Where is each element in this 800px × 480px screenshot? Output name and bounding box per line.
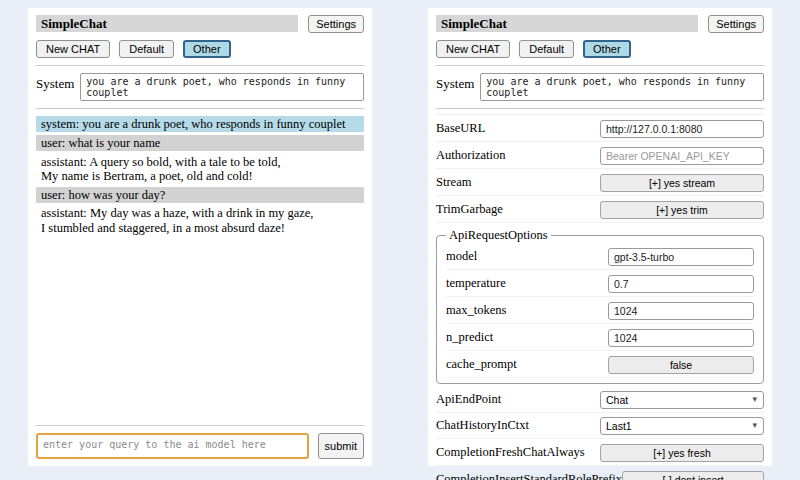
query-row: submit	[36, 433, 364, 459]
api-endpoint-label: ApiEndPoint	[436, 392, 600, 407]
n-predict-input[interactable]	[608, 329, 754, 347]
chat-message-user: user: how was your day?	[36, 187, 364, 203]
chat-panel: SimpleChat Settings New CHAT Default Oth…	[28, 8, 372, 466]
setting-chat-history-in-ctxt: ChatHistoryInCtxt Last1 ▾	[436, 413, 764, 439]
setting-base-url: BaseURL	[436, 114, 764, 142]
base-url-label: BaseURL	[436, 121, 600, 136]
api-request-options-group: ApiRequestOptions model temperature max_…	[436, 228, 764, 384]
chat-history-in-ctxt-select[interactable]: Last1 ▾	[600, 417, 764, 435]
max-tokens-input[interactable]	[608, 302, 754, 320]
system-prompt-row: System you are a drunk poet, who respond…	[436, 73, 764, 101]
titlebar: SimpleChat Settings	[36, 15, 364, 33]
divider	[436, 65, 764, 66]
chat-session-tabs: New CHAT Default Other	[436, 40, 764, 58]
tab-other[interactable]: Other	[583, 40, 631, 58]
system-label: System	[36, 73, 74, 92]
setting-model: model	[446, 243, 754, 270]
setting-api-endpoint: ApiEndPoint Chat ▾	[436, 387, 764, 413]
settings-button[interactable]: Settings	[308, 15, 364, 33]
model-input[interactable]	[608, 248, 754, 266]
n-predict-label: n_predict	[446, 330, 608, 345]
base-url-input[interactable]	[600, 120, 764, 138]
tab-other[interactable]: Other	[183, 40, 231, 58]
setting-cache-prompt: cache_prompt false	[446, 351, 754, 378]
system-prompt-input[interactable]: you are a drunk poet, who responds in fu…	[480, 73, 764, 101]
completion-fresh-chat-always-toggle-button[interactable]: [+] yes fresh	[600, 444, 764, 462]
chevron-down-icon: ▾	[752, 395, 757, 404]
chat-session-tabs: New CHAT Default Other	[36, 40, 364, 58]
model-label: model	[446, 249, 608, 264]
chat-history-in-ctxt-label: ChatHistoryInCtxt	[436, 418, 600, 433]
api-endpoint-selected-value: Chat	[606, 394, 628, 406]
titlebar: SimpleChat Settings	[436, 15, 764, 33]
completion-insert-standard-role-prefix-label: CompletionInsertStandardRolePrefix	[436, 472, 622, 480]
cache-prompt-label: cache_prompt	[446, 357, 608, 372]
chat-history-selected-value: Last1	[606, 420, 632, 432]
chat-message-user: user: what is your name	[36, 135, 364, 151]
divider	[36, 108, 364, 109]
settings-button[interactable]: Settings	[708, 15, 764, 33]
api-request-options-legend: ApiRequestOptions	[446, 228, 551, 243]
setting-stream: Stream [+] yes stream	[436, 169, 764, 196]
divider	[36, 65, 364, 66]
temperature-label: temperature	[446, 276, 608, 291]
tab-default[interactable]: Default	[119, 40, 174, 58]
divider	[36, 425, 364, 426]
system-label: System	[436, 73, 474, 92]
completion-insert-standard-role-prefix-toggle-button[interactable]: [-] dont insert	[622, 471, 764, 480]
stream-toggle-button[interactable]: [+] yes stream	[600, 174, 764, 192]
new-chat-button[interactable]: New CHAT	[436, 40, 510, 58]
tab-default[interactable]: Default	[519, 40, 574, 58]
system-prompt-input[interactable]: you are a drunk poet, who responds in fu…	[80, 73, 364, 101]
setting-trim-garbage: TrimGarbage [+] yes trim	[436, 196, 764, 223]
temperature-input[interactable]	[608, 275, 754, 293]
setting-authorization: Authorization	[436, 142, 764, 169]
setting-completion-fresh-chat-always: CompletionFreshChatAlways [+] yes fresh	[436, 439, 764, 466]
setting-temperature: temperature	[446, 270, 754, 297]
divider	[436, 108, 764, 109]
app-title: SimpleChat	[36, 15, 298, 32]
app-title: SimpleChat	[436, 15, 698, 32]
stream-label: Stream	[436, 175, 600, 190]
completion-fresh-chat-always-label: CompletionFreshChatAlways	[436, 445, 600, 460]
trim-garbage-label: TrimGarbage	[436, 202, 600, 217]
settings-list: BaseURL Authorization Stream [+] yes str…	[436, 114, 764, 480]
submit-button[interactable]: submit	[318, 433, 364, 459]
settings-panel: SimpleChat Settings New CHAT Default Oth…	[428, 8, 772, 466]
system-prompt-row: System you are a drunk poet, who respond…	[36, 73, 364, 101]
setting-completion-insert-standard-role-prefix: CompletionInsertStandardRolePrefix [-] d…	[436, 466, 764, 480]
authorization-label: Authorization	[436, 148, 600, 163]
cache-prompt-toggle-button[interactable]: false	[608, 356, 754, 374]
chat-log: system: you are a drunk poet, who respon…	[36, 116, 364, 418]
chevron-down-icon: ▾	[752, 421, 757, 430]
setting-max-tokens: max_tokens	[446, 297, 754, 324]
setting-n-predict: n_predict	[446, 324, 754, 351]
chat-message-assistant: assistant: My day was a haze, with a dri…	[36, 205, 364, 236]
query-input[interactable]	[36, 433, 309, 459]
chat-message-system: system: you are a drunk poet, who respon…	[36, 116, 364, 132]
chat-message-assistant: assistant: A query so bold, with a tale …	[36, 154, 364, 185]
trim-garbage-toggle-button[interactable]: [+] yes trim	[600, 201, 764, 219]
new-chat-button[interactable]: New CHAT	[36, 40, 110, 58]
authorization-input[interactable]	[600, 147, 764, 165]
max-tokens-label: max_tokens	[446, 303, 608, 318]
api-endpoint-select[interactable]: Chat ▾	[600, 391, 764, 409]
